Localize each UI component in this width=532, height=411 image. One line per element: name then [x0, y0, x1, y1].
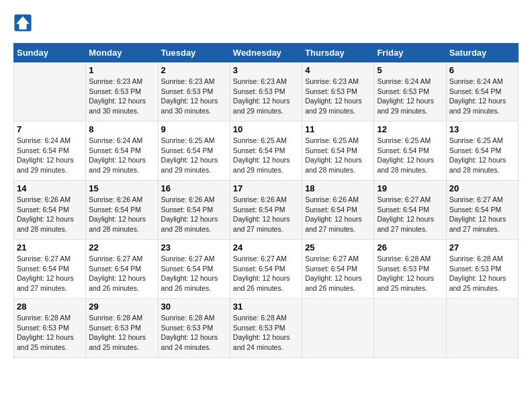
- day-number: 1: [89, 65, 154, 75]
- day-number: 22: [89, 242, 154, 253]
- day-info: Sunrise: 6:23 AMSunset: 6:53 PMDaylight:…: [89, 77, 154, 116]
- day-info: Sunrise: 6:26 AMSunset: 6:54 PMDaylight:…: [161, 195, 227, 234]
- calendar-cell: 5Sunrise: 6:24 AMSunset: 6:53 PMDaylight…: [374, 62, 446, 122]
- calendar-cell: 29Sunrise: 6:28 AMSunset: 6:53 PMDayligh…: [86, 299, 158, 358]
- calendar-week-1: 1Sunrise: 6:23 AMSunset: 6:53 PMDaylight…: [14, 62, 519, 122]
- calendar-cell: [302, 299, 374, 358]
- calendar-week-5: 28Sunrise: 6:28 AMSunset: 6:53 PMDayligh…: [14, 299, 519, 358]
- calendar-cell: 21Sunrise: 6:27 AMSunset: 6:54 PMDayligh…: [14, 240, 86, 299]
- day-info: Sunrise: 6:27 AMSunset: 6:54 PMDaylight:…: [305, 254, 371, 293]
- day-info: Sunrise: 6:26 AMSunset: 6:54 PMDaylight:…: [233, 195, 299, 234]
- day-number: 12: [377, 124, 443, 134]
- logo: [13, 13, 35, 32]
- days-header-row: SundayMondayTuesdayWednesdayThursdayFrid…: [14, 44, 519, 62]
- day-number: 31: [233, 302, 299, 312]
- day-info: Sunrise: 6:24 AMSunset: 6:53 PMDaylight:…: [377, 77, 443, 116]
- calendar-cell: 16Sunrise: 6:26 AMSunset: 6:54 PMDayligh…: [158, 181, 230, 240]
- calendar-cell: 3Sunrise: 6:23 AMSunset: 6:53 PMDaylight…: [230, 62, 302, 122]
- day-info: Sunrise: 6:28 AMSunset: 6:53 PMDaylight:…: [17, 313, 83, 353]
- day-number: 5: [377, 65, 443, 75]
- calendar-week-4: 21Sunrise: 6:27 AMSunset: 6:54 PMDayligh…: [14, 240, 519, 299]
- day-number: 10: [233, 124, 299, 134]
- calendar-cell: 13Sunrise: 6:25 AMSunset: 6:54 PMDayligh…: [446, 122, 518, 181]
- day-number: 29: [89, 302, 154, 312]
- calendar-cell: 9Sunrise: 6:25 AMSunset: 6:54 PMDaylight…: [158, 122, 230, 181]
- calendar-cell: 4Sunrise: 6:23 AMSunset: 6:53 PMDaylight…: [302, 62, 374, 122]
- day-info: Sunrise: 6:26 AMSunset: 6:54 PMDaylight:…: [89, 195, 154, 234]
- day-number: 7: [17, 124, 83, 134]
- calendar-cell: 26Sunrise: 6:28 AMSunset: 6:53 PMDayligh…: [374, 240, 446, 299]
- calendar-cell: 2Sunrise: 6:23 AMSunset: 6:53 PMDaylight…: [158, 62, 230, 122]
- calendar-cell: 12Sunrise: 6:25 AMSunset: 6:54 PMDayligh…: [374, 122, 446, 181]
- day-info: Sunrise: 6:25 AMSunset: 6:54 PMDaylight:…: [233, 136, 299, 175]
- day-number: 16: [161, 183, 227, 193]
- day-number: 6: [449, 65, 515, 75]
- day-info: Sunrise: 6:27 AMSunset: 6:54 PMDaylight:…: [377, 195, 443, 234]
- calendar-cell: 11Sunrise: 6:25 AMSunset: 6:54 PMDayligh…: [302, 122, 374, 181]
- day-number: 24: [233, 242, 299, 253]
- day-number: 30: [161, 302, 227, 312]
- page-header: [13, 13, 519, 32]
- day-header-wednesday: Wednesday: [230, 44, 302, 62]
- day-number: 18: [305, 183, 371, 193]
- day-info: Sunrise: 6:27 AMSunset: 6:54 PMDaylight:…: [233, 254, 299, 293]
- day-info: Sunrise: 6:28 AMSunset: 6:53 PMDaylight:…: [449, 254, 515, 293]
- calendar-cell: 27Sunrise: 6:28 AMSunset: 6:53 PMDayligh…: [446, 240, 518, 299]
- day-number: 26: [377, 242, 443, 253]
- day-info: Sunrise: 6:24 AMSunset: 6:54 PMDaylight:…: [89, 136, 154, 175]
- calendar-cell: 17Sunrise: 6:26 AMSunset: 6:54 PMDayligh…: [230, 181, 302, 240]
- day-number: 25: [305, 242, 371, 253]
- calendar-cell: 30Sunrise: 6:28 AMSunset: 6:53 PMDayligh…: [158, 299, 230, 358]
- day-info: Sunrise: 6:25 AMSunset: 6:54 PMDaylight:…: [377, 136, 443, 175]
- day-info: Sunrise: 6:27 AMSunset: 6:54 PMDaylight:…: [449, 195, 515, 234]
- day-header-sunday: Sunday: [14, 44, 86, 62]
- day-number: 2: [161, 65, 227, 75]
- day-info: Sunrise: 6:28 AMSunset: 6:53 PMDaylight:…: [89, 313, 154, 353]
- calendar-cell: [14, 62, 86, 122]
- calendar-cell: 19Sunrise: 6:27 AMSunset: 6:54 PMDayligh…: [374, 181, 446, 240]
- day-info: Sunrise: 6:28 AMSunset: 6:53 PMDaylight:…: [233, 313, 299, 353]
- logo-icon: [13, 13, 32, 32]
- day-header-saturday: Saturday: [446, 44, 518, 62]
- calendar-cell: [374, 299, 446, 358]
- day-number: 4: [305, 65, 371, 75]
- day-number: 17: [233, 183, 299, 193]
- calendar-cell: 22Sunrise: 6:27 AMSunset: 6:54 PMDayligh…: [86, 240, 158, 299]
- day-info: Sunrise: 6:28 AMSunset: 6:53 PMDaylight:…: [377, 254, 443, 293]
- day-header-friday: Friday: [374, 44, 446, 62]
- calendar-cell: 10Sunrise: 6:25 AMSunset: 6:54 PMDayligh…: [230, 122, 302, 181]
- day-number: 23: [161, 242, 227, 253]
- day-info: Sunrise: 6:23 AMSunset: 6:53 PMDaylight:…: [305, 77, 371, 116]
- calendar-cell: 6Sunrise: 6:24 AMSunset: 6:54 PMDaylight…: [446, 62, 518, 122]
- day-number: 8: [89, 124, 154, 134]
- day-info: Sunrise: 6:24 AMSunset: 6:54 PMDaylight:…: [17, 136, 83, 175]
- day-number: 14: [17, 183, 83, 193]
- day-number: 9: [161, 124, 227, 134]
- calendar-cell: 31Sunrise: 6:28 AMSunset: 6:53 PMDayligh…: [230, 299, 302, 358]
- calendar-cell: 7Sunrise: 6:24 AMSunset: 6:54 PMDaylight…: [14, 122, 86, 181]
- day-info: Sunrise: 6:25 AMSunset: 6:54 PMDaylight:…: [305, 136, 371, 175]
- day-number: 20: [449, 183, 515, 193]
- calendar-week-2: 7Sunrise: 6:24 AMSunset: 6:54 PMDaylight…: [14, 122, 519, 181]
- calendar-cell: 15Sunrise: 6:26 AMSunset: 6:54 PMDayligh…: [86, 181, 158, 240]
- calendar-table: SundayMondayTuesdayWednesdayThursdayFrid…: [13, 43, 519, 358]
- day-info: Sunrise: 6:25 AMSunset: 6:54 PMDaylight:…: [449, 136, 515, 175]
- calendar-cell: 24Sunrise: 6:27 AMSunset: 6:54 PMDayligh…: [230, 240, 302, 299]
- calendar-cell: 25Sunrise: 6:27 AMSunset: 6:54 PMDayligh…: [302, 240, 374, 299]
- calendar-cell: 28Sunrise: 6:28 AMSunset: 6:53 PMDayligh…: [14, 299, 86, 358]
- day-number: 13: [449, 124, 515, 134]
- day-number: 28: [17, 302, 83, 312]
- calendar-week-3: 14Sunrise: 6:26 AMSunset: 6:54 PMDayligh…: [14, 181, 519, 240]
- calendar-cell: 18Sunrise: 6:26 AMSunset: 6:54 PMDayligh…: [302, 181, 374, 240]
- day-number: 3: [233, 65, 299, 75]
- calendar-cell: 8Sunrise: 6:24 AMSunset: 6:54 PMDaylight…: [86, 122, 158, 181]
- day-number: 27: [449, 242, 515, 253]
- calendar-cell: 14Sunrise: 6:26 AMSunset: 6:54 PMDayligh…: [14, 181, 86, 240]
- day-header-monday: Monday: [86, 44, 158, 62]
- day-info: Sunrise: 6:28 AMSunset: 6:53 PMDaylight:…: [161, 313, 227, 353]
- calendar-cell: 20Sunrise: 6:27 AMSunset: 6:54 PMDayligh…: [446, 181, 518, 240]
- day-header-thursday: Thursday: [302, 44, 374, 62]
- calendar-cell: [446, 299, 518, 358]
- day-number: 15: [89, 183, 154, 193]
- calendar-cell: 1Sunrise: 6:23 AMSunset: 6:53 PMDaylight…: [86, 62, 158, 122]
